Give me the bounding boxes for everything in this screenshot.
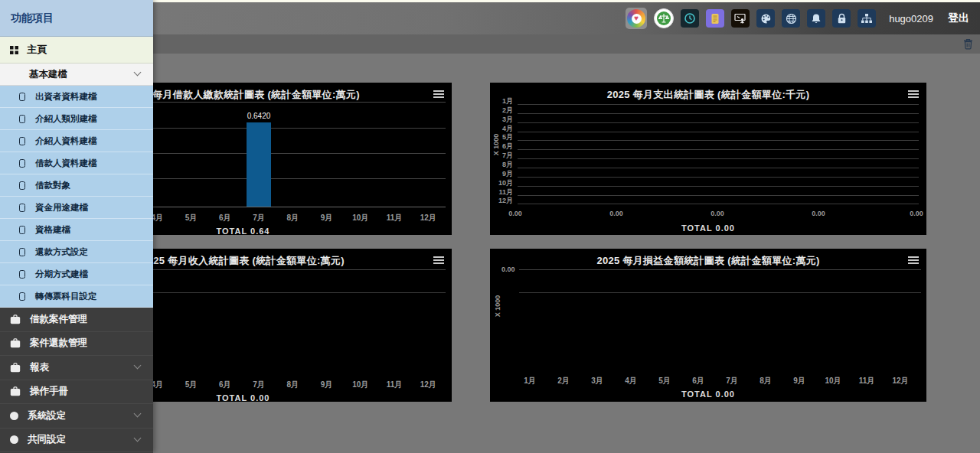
sidebar-sections: 借款案件管理案件還款管理報表操作手冊系統設定共同設定 (0, 308, 153, 452)
sidebar-item-報表[interactable]: 報表 (0, 356, 153, 380)
palette-icon[interactable] (756, 9, 775, 28)
sidebar-subitem[interactable]: 介紹人資料建檔 (0, 130, 153, 152)
presentation-icon[interactable] (731, 9, 750, 28)
sidebar-item-label: 操作手冊 (30, 385, 68, 398)
bar-7月 (247, 122, 271, 207)
square-outline-icon (19, 292, 25, 301)
x-tick-label: 0.00 (910, 210, 923, 217)
x-tick-label: 6月 (692, 376, 704, 386)
gridline (518, 104, 919, 105)
gridline (518, 149, 919, 150)
square-outline-icon (19, 115, 25, 123)
x-tick-label: 11月 (387, 213, 403, 223)
briefcase-icon (10, 314, 21, 324)
gridline (518, 177, 919, 178)
x-tick-label: 8月 (286, 380, 299, 390)
sidebar-item-案件還款管理[interactable]: 案件還款管理 (0, 332, 153, 357)
sidebar-menu: 功能項目 主頁 基本建檔 出資者資料建檔介紹人類別建檔介紹人資料建檔借款人資料建… (0, 0, 153, 453)
square-outline-icon (19, 270, 25, 279)
sidebar-subitem[interactable]: 資金用途建檔 (0, 197, 153, 219)
briefcase-icon (10, 338, 21, 348)
gridline (519, 292, 921, 293)
square-outline-icon (19, 93, 25, 101)
x-tick-label: 4月 (625, 376, 637, 386)
sphere-icon (10, 435, 18, 444)
x-tick-label: 7月 (253, 213, 265, 223)
sidebar-subitem[interactable]: 資格建檔 (0, 219, 153, 241)
gridline (518, 113, 919, 114)
gridline (518, 140, 919, 141)
heart-icon: ♥ (632, 14, 642, 24)
x-tick-label: 10月 (352, 380, 368, 390)
username[interactable]: hugo0209 (889, 13, 933, 24)
x-tick-label: 12月 (420, 213, 436, 223)
sidebar-item-操作手冊[interactable]: 操作手冊 (0, 380, 153, 405)
square-outline-icon (19, 248, 25, 256)
sidebar-subitem-label: 借款人資料建檔 (35, 158, 97, 169)
sidebar-subitem[interactable]: 介紹人類別建檔 (0, 108, 153, 130)
sidebar-item-label: 共同設定 (28, 433, 66, 446)
green-scales-logo-icon[interactable] (654, 8, 674, 28)
sidebar-subitem[interactable]: 借款對象 (0, 174, 153, 197)
gridline (518, 204, 919, 204)
y-category-label: 12月 (495, 196, 513, 206)
sidebar-item-label: 主頁 (27, 43, 47, 57)
chart-total-label: TOTAL 0.00 (490, 223, 926, 233)
bell-icon[interactable] (807, 9, 825, 28)
bar-value-label: 0.6420 (247, 112, 271, 120)
x-tick-label: 1月 (524, 376, 536, 386)
trash-icon[interactable] (963, 38, 973, 50)
x-tick-label: 7月 (253, 380, 265, 390)
x-tick-label: 9月 (321, 213, 333, 223)
lock-icon[interactable] (832, 9, 851, 28)
sidebar-item-借款案件管理[interactable]: 借款案件管理 (0, 308, 153, 332)
sphere-icon (10, 412, 18, 420)
x-tick-label: 5月 (658, 376, 671, 386)
chart-panel-monthly-expense: 2025 每月支出統計圖表 (統計金額單位:千元) X 1000 1月2月3月4… (490, 83, 926, 235)
scroll-icon[interactable] (706, 9, 724, 28)
x-tick-label: 7月 (726, 376, 738, 386)
sidebar-item-系統設定[interactable]: 系統設定 (0, 404, 153, 429)
sidebar-submenu: 出資者資料建檔介紹人類別建檔介紹人資料建檔借款人資料建檔借款對象資金用途建檔資格… (0, 86, 153, 308)
x-tick-label: 12月 (892, 376, 908, 386)
sidebar-subitem-label: 借款對象 (35, 180, 70, 191)
x-tick-label: 0.00 (710, 210, 724, 217)
x-tick-label: 5月 (185, 213, 198, 223)
globe-icon[interactable] (782, 9, 800, 28)
logout-button[interactable]: 登出 (948, 11, 969, 25)
x-tick-label: 0.00 (609, 210, 623, 217)
chart-total-label: TOTAL 0.00 (490, 389, 926, 399)
sidebar-subitem[interactable]: 分期方式建檔 (0, 263, 153, 285)
gridline (518, 168, 919, 168)
logo-ring: ♥ (627, 9, 645, 28)
x-tick-label: 8月 (286, 213, 299, 223)
sidebar-subitem-label: 資格建檔 (35, 224, 70, 236)
sidebar-group-basic[interactable]: 基本建檔 (0, 64, 153, 86)
sidebar-subitem-label: 介紹人類別建檔 (35, 113, 97, 125)
sitemap-icon[interactable] (858, 9, 876, 28)
sidebar-subitem[interactable]: 出資者資料建檔 (0, 86, 153, 108)
x-tick-label: 0.00 (508, 210, 522, 217)
chevron-down-icon (134, 410, 142, 418)
square-outline-icon (19, 226, 25, 234)
sidebar-item-label: 報表 (30, 361, 49, 374)
sidebar-item-home[interactable]: 主頁 (0, 37, 153, 64)
x-tick-label: 11月 (859, 376, 875, 386)
sidebar-subitem[interactable]: 借款人資料建檔 (0, 152, 153, 174)
sidebar-subitem[interactable]: 轉傳票科目設定 (0, 285, 153, 308)
sidebar-subitem[interactable]: 還款方式設定 (0, 241, 153, 263)
sidebar-subitem-label: 還款方式設定 (35, 246, 88, 258)
clock-icon[interactable] (681, 9, 699, 28)
colorful-flower-logo-icon[interactable]: ♥ (626, 8, 647, 29)
sidebar-item-label: 借款案件管理 (30, 313, 87, 326)
gridline (518, 158, 919, 159)
x-tick-label: 9月 (793, 376, 805, 386)
x-tick-label: 10月 (352, 213, 368, 223)
sidebar-subitem-label: 介紹人資料建檔 (35, 135, 97, 147)
chart-plot-area: 1月2月3月4月5月6月7月8月9月10月11月12月 (490, 249, 926, 402)
x-tick-label: 6月 (219, 380, 231, 390)
x-tick-label: 0.00 (812, 210, 825, 217)
sidebar-title-label: 功能項目 (11, 11, 54, 25)
chevron-down-icon (134, 362, 142, 370)
sidebar-item-共同設定[interactable]: 共同設定 (0, 429, 153, 453)
